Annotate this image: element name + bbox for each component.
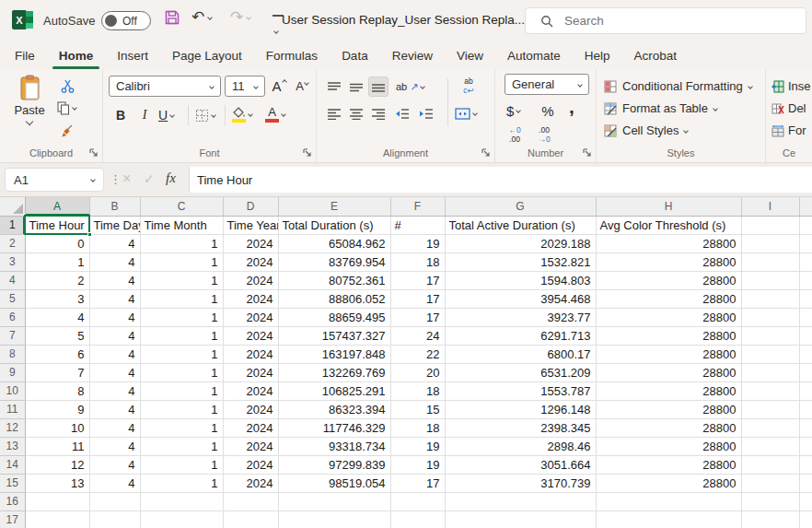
cell[interactable]: 28800 (596, 381, 741, 400)
row-header[interactable]: 10 (0, 381, 25, 400)
row-header[interactable]: 8 (0, 345, 25, 363)
cell[interactable] (799, 271, 812, 289)
cell[interactable]: 28800 (596, 437, 741, 455)
orientation-button[interactable]: ab ↗ (394, 76, 426, 97)
cell[interactable]: 28800 (596, 308, 741, 326)
cell[interactable]: 2 (25, 271, 89, 289)
cell[interactable]: 17 (390, 271, 445, 289)
cell[interactable]: 1 (140, 437, 223, 455)
cell[interactable]: 12 (25, 455, 89, 474)
cut-button[interactable] (57, 76, 77, 96)
cell[interactable]: 4 (89, 381, 140, 400)
row-header[interactable]: 7 (0, 326, 25, 345)
cell[interactable] (799, 345, 812, 363)
cell[interactable] (799, 326, 812, 345)
cell[interactable]: 1 (140, 363, 223, 381)
cell[interactable]: 3170.739 (445, 474, 596, 492)
cell[interactable] (390, 492, 445, 510)
row-header[interactable]: 2 (0, 234, 25, 252)
align-right-button[interactable] (368, 103, 389, 123)
row-header[interactable]: 4 (0, 271, 25, 289)
cell[interactable] (799, 474, 812, 492)
column-header[interactable]: F (390, 197, 445, 216)
increase-font-size-button[interactable]: A (269, 76, 289, 96)
cell-styles-button[interactable]: Cell Styles (604, 120, 688, 141)
row-header[interactable]: 3 (0, 252, 25, 271)
cell[interactable] (741, 216, 799, 234)
column-header[interactable]: H (596, 197, 741, 216)
column-header[interactable]: A (25, 197, 89, 216)
cell[interactable]: 18 (390, 418, 445, 437)
row-header[interactable]: 1 (0, 216, 25, 234)
cell[interactable]: 28800 (596, 252, 741, 271)
cell[interactable]: 24 (390, 326, 445, 345)
cell[interactable]: 6800.17 (445, 345, 596, 363)
cell[interactable] (741, 474, 799, 492)
cell[interactable] (445, 510, 596, 528)
cell[interactable]: # (390, 216, 445, 234)
cell[interactable] (799, 510, 812, 528)
tab-formulas[interactable]: Formulas (266, 41, 318, 69)
cell[interactable]: 93318.734 (278, 437, 390, 455)
cell[interactable] (223, 510, 278, 528)
cell[interactable]: 1 (140, 271, 223, 289)
cell[interactable]: 6531.209 (445, 363, 596, 381)
comma-style-button[interactable]: , (562, 97, 582, 117)
cell[interactable]: 2024 (223, 474, 278, 492)
cell[interactable]: 17 (390, 474, 445, 492)
cell[interactable]: 65084.962 (278, 234, 390, 252)
row-header[interactable]: 16 (0, 492, 25, 510)
increase-indent-button[interactable] (416, 103, 436, 123)
cell[interactable] (25, 510, 89, 528)
cell[interactable]: 132269.769 (278, 363, 390, 381)
cell[interactable]: 15 (390, 400, 445, 418)
insert-function-button[interactable]: fx (166, 170, 176, 186)
cell[interactable] (223, 492, 278, 510)
cell[interactable]: 1 (140, 308, 223, 326)
cell[interactable]: 1 (140, 326, 223, 345)
top-align-button[interactable] (324, 76, 344, 97)
cell[interactable]: 6 (25, 345, 89, 363)
cell[interactable]: 8 (25, 381, 89, 400)
row-header[interactable]: 14 (0, 455, 25, 474)
tab-help[interactable]: Help (585, 41, 610, 69)
cell[interactable]: 28800 (596, 326, 741, 345)
cell[interactable] (596, 492, 741, 510)
row-header[interactable]: 6 (0, 308, 25, 326)
cell[interactable] (89, 492, 140, 510)
cell[interactable] (799, 289, 812, 308)
enter-button[interactable]: ✓ (144, 171, 155, 186)
cell[interactable]: 1 (25, 252, 89, 271)
cell[interactable]: 4 (89, 400, 140, 418)
select-all-button[interactable] (0, 197, 25, 216)
tab-page-layout[interactable]: Page Layout (172, 41, 242, 69)
search-input[interactable]: Search (525, 7, 806, 34)
cell[interactable]: 2024 (223, 271, 278, 289)
column-header[interactable]: I (741, 197, 799, 216)
tab-file[interactable]: File (15, 41, 35, 69)
cell[interactable] (140, 492, 223, 510)
row-header[interactable]: 15 (0, 474, 25, 492)
cell[interactable]: 9 (25, 400, 89, 418)
fill-handle[interactable] (87, 232, 92, 237)
row-header[interactable]: 12 (0, 418, 25, 437)
cell[interactable]: Time Month (140, 216, 223, 234)
decrease-font-size-button[interactable]: A (292, 76, 312, 96)
tab-data[interactable]: Data (342, 41, 368, 69)
cell[interactable] (741, 455, 799, 474)
font-size-select[interactable]: 11 (225, 76, 265, 97)
cell[interactable]: 2024 (223, 289, 278, 308)
tab-insert[interactable]: Insert (117, 41, 148, 69)
middle-align-button[interactable] (346, 76, 366, 97)
cell[interactable]: 3954.468 (445, 289, 596, 308)
cell[interactable]: 2024 (223, 400, 278, 418)
cell[interactable]: 2024 (223, 345, 278, 363)
cell[interactable]: 5 (25, 326, 89, 345)
cell[interactable]: Total Active Duration (s) (445, 216, 596, 234)
cell[interactable]: 4 (89, 234, 140, 252)
row-header[interactable]: 17 (0, 510, 25, 528)
cell[interactable] (799, 234, 812, 252)
cell[interactable] (799, 455, 812, 474)
cell[interactable]: 1 (140, 289, 223, 308)
autosave-toggle[interactable]: Off (101, 11, 151, 30)
